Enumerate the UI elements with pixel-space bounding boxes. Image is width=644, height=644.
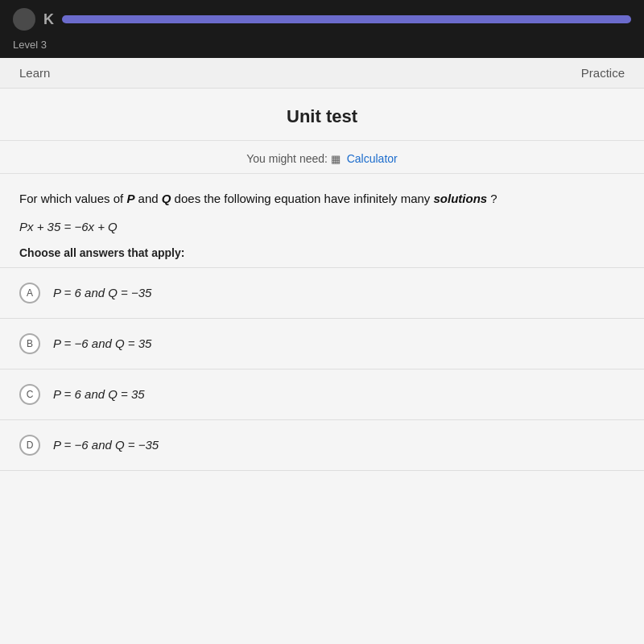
answer-id-b: B bbox=[27, 338, 33, 349]
answer-row-c[interactable]: C P = 6 and Q = 35 bbox=[0, 369, 644, 419]
answer-row-d[interactable]: D P = −6 and Q = −35 bbox=[0, 419, 644, 471]
answer-id-a: A bbox=[27, 287, 33, 299]
answer-circle-b[interactable]: B bbox=[19, 333, 40, 354]
equation: Px + 35 = −6x + Q bbox=[19, 220, 625, 233]
answer-text-a: P = 6 and Q = −35 bbox=[53, 286, 151, 299]
question-text: For which values of P and Q does the fol… bbox=[19, 190, 625, 208]
page-title: Unit test bbox=[287, 106, 357, 126]
answer-text-d: P = −6 and Q = −35 bbox=[53, 438, 159, 452]
app-logo-k: K bbox=[43, 11, 54, 28]
page-title-section: Unit test bbox=[0, 89, 644, 141]
answer-row-b[interactable]: B P = −6 and Q = 35 bbox=[0, 318, 644, 369]
user-avatar bbox=[13, 8, 35, 31]
main-content: Unit test You might need: ▦ Calculator F… bbox=[0, 89, 644, 644]
answer-id-c: C bbox=[27, 389, 34, 400]
answer-text-c: P = 6 and Q = 35 bbox=[53, 387, 145, 401]
calculator-row: You might need: ▦ Calculator bbox=[0, 141, 644, 174]
calculator-icon: ▦ bbox=[331, 153, 341, 165]
screen: K Level 3 Learn Practice Unit test You m… bbox=[0, 0, 644, 644]
nav-practice[interactable]: Practice bbox=[581, 66, 625, 80]
level-label: Level 3 bbox=[13, 39, 47, 51]
question-area: For which values of P and Q does the fol… bbox=[0, 174, 644, 267]
calculator-need-text: You might need: bbox=[246, 152, 328, 165]
progress-bar bbox=[62, 15, 631, 23]
answer-id-d: D bbox=[27, 440, 34, 451]
answer-circle-c[interactable]: C bbox=[19, 384, 40, 405]
answer-circle-d[interactable]: D bbox=[19, 435, 40, 456]
answer-text-b: P = −6 and Q = 35 bbox=[53, 336, 151, 350]
answer-circle-a[interactable]: A bbox=[19, 283, 40, 303]
nav-learn[interactable]: Learn bbox=[19, 66, 50, 80]
calculator-link[interactable]: Calculator bbox=[347, 152, 398, 165]
nav-row: Learn Practice bbox=[0, 58, 644, 89]
level-row: Level 3 bbox=[0, 35, 644, 58]
choose-label: Choose all answers that apply: bbox=[19, 246, 625, 259]
top-bar: K bbox=[0, 0, 644, 35]
answer-row-a[interactable]: A P = 6 and Q = −35 bbox=[0, 267, 644, 318]
answers-area: A P = 6 and Q = −35 B P = −6 and Q = 35 … bbox=[0, 267, 644, 645]
